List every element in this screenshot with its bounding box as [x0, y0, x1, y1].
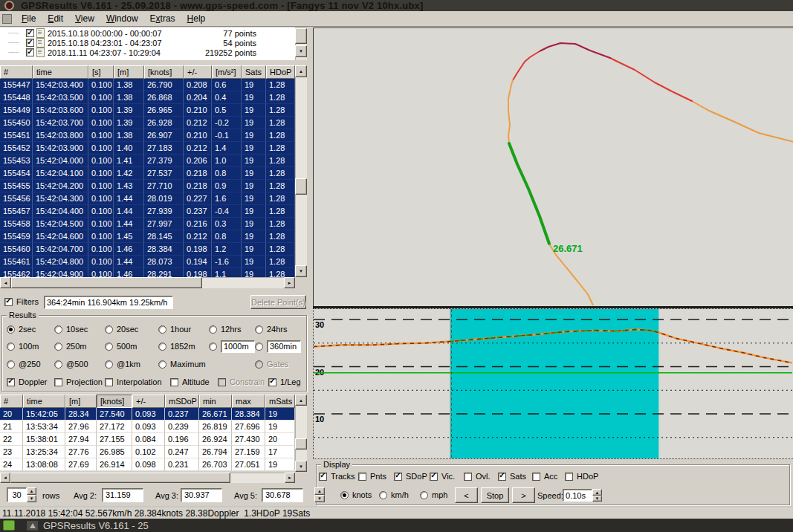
- radio-icon[interactable]: [255, 343, 263, 351]
- radio-icon[interactable]: [105, 360, 113, 369]
- table-row[interactable]: 15544915:42:03.6000.1001.3926.9650.2100.…: [0, 104, 295, 117]
- stop-button[interactable]: Stop: [481, 487, 509, 503]
- table-row[interactable]: 2413:08:0827.6926.9140.0980.23126.70327.…: [0, 458, 295, 471]
- radio-knots[interactable]: knots: [340, 490, 372, 500]
- rows-spinner[interactable]: [27, 487, 36, 502]
- radio-icon[interactable]: [379, 491, 387, 499]
- option-value-input[interactable]: [267, 340, 301, 353]
- points-scroll-left-button[interactable]: [0, 277, 11, 288]
- radio--250[interactable]: @250: [7, 359, 41, 369]
- column-header-msdop[interactable]: mSDoP: [165, 395, 199, 408]
- table-row[interactable]: 2313:25:3427.7626.9850.1020.24726.79427.…: [0, 446, 295, 458]
- checkbox-icon[interactable]: [319, 473, 327, 481]
- radio-icon[interactable]: [255, 325, 263, 334]
- column-header-sats[interactable]: Sats: [242, 65, 266, 79]
- radio-500m[interactable]: 500m: [105, 341, 137, 351]
- step-back-button[interactable]: <: [455, 487, 478, 503]
- checkbox-altitude[interactable]: Altitude: [170, 377, 210, 387]
- table-row[interactable]: 15546115:42:04.8000.1001.4428.0730.194-1…: [0, 256, 295, 268]
- radio-icon[interactable]: [340, 491, 349, 499]
- filters-toggle[interactable]: Filters: [4, 296, 39, 307]
- checkbox-icon[interactable]: [54, 378, 62, 386]
- column-header-m[interactable]: [m]: [65, 395, 97, 408]
- column-header-[interactable]: #: [0, 65, 33, 79]
- table-row[interactable]: 15545815:42:04.5000.1001.4427.9970.2160.…: [0, 218, 295, 230]
- column-header-msats[interactable]: mSats: [265, 395, 295, 408]
- radio-km-h[interactable]: km/h: [379, 490, 409, 500]
- tree-item-checkbox[interactable]: [26, 39, 34, 47]
- checkbox-icon[interactable]: [565, 473, 573, 481]
- graph-zoom-down-icon[interactable]: [314, 495, 325, 502]
- table-row[interactable]: 15545415:42:04.1000.1001.4227.5370.2180.…: [0, 167, 295, 180]
- results-scroll-down-button[interactable]: [295, 461, 307, 472]
- radio-icon[interactable]: [7, 343, 15, 351]
- table-row[interactable]: 15545515:42:04.2000.1001.4327.7100.2180.…: [0, 180, 295, 192]
- radio-icon[interactable]: [209, 343, 217, 351]
- radio-icon[interactable]: [7, 325, 15, 334]
- radio-icon[interactable]: [54, 360, 62, 369]
- checkbox-icon[interactable]: [498, 473, 506, 481]
- radio-icon[interactable]: [255, 360, 263, 369]
- checkbox-hdop[interactable]: HDoP: [565, 471, 598, 481]
- table-row[interactable]: 15545015:42:03.7000.1001.3926.9280.212-0…: [0, 117, 295, 129]
- menu-view[interactable]: View: [69, 12, 100, 26]
- radio-icon[interactable]: [158, 343, 166, 351]
- column-header-min[interactable]: min: [199, 395, 232, 408]
- column-header-knots[interactable]: [knots]: [97, 395, 132, 408]
- table-row[interactable]: 15545215:42:03.9000.1001.4027.1830.2121.…: [0, 142, 295, 155]
- table-row[interactable]: 15544715:42:03.4000.1001.3826.7900.2080.…: [0, 79, 295, 91]
- points-vscroll-thumb[interactable]: [295, 178, 307, 195]
- radio-2sec[interactable]: 2sec: [7, 324, 36, 334]
- tree-scrollbar[interactable]: [295, 27, 307, 60]
- column-header-time[interactable]: time: [33, 65, 88, 79]
- results-scroll-left-button[interactable]: [0, 473, 10, 483]
- radio-icon[interactable]: [158, 360, 166, 369]
- column-header-hdop[interactable]: HDoP: [266, 65, 295, 79]
- points-scroll-down-button[interactable]: [295, 265, 307, 277]
- checkbox-constrain[interactable]: Constrain: [218, 377, 265, 387]
- radio-mph[interactable]: mph: [420, 490, 447, 500]
- checkbox-interpolation[interactable]: Interpolation: [105, 377, 162, 387]
- results-hscroll-thumb[interactable]: [10, 473, 230, 483]
- track-plot[interactable]: 26.671: [313, 27, 793, 306]
- rows-spin-down-icon[interactable]: [27, 495, 36, 502]
- radio-20sec[interactable]: 20sec: [105, 324, 138, 334]
- tree-scroll-down-button[interactable]: [295, 45, 307, 57]
- checkbox-tracks[interactable]: Tracks: [319, 471, 355, 481]
- table-row[interactable]: 15545615:42:04.3000.1001.4428.0190.2271.…: [0, 192, 295, 205]
- taskbar-app-icon[interactable]: [27, 521, 38, 531]
- radio-maximum[interactable]: Maximum: [158, 359, 206, 369]
- points-scroll-right-button[interactable]: [284, 277, 295, 288]
- radio-100m[interactable]: 100m: [7, 341, 39, 351]
- points-table-hscroll[interactable]: [0, 277, 295, 288]
- file-manager-icon[interactable]: [3, 520, 15, 531]
- mdi-child-icon[interactable]: [2, 14, 12, 24]
- rows-spin-up-icon[interactable]: [27, 487, 36, 495]
- checkbox-icon[interactable]: [7, 378, 15, 386]
- table-row[interactable]: 15545715:42:04.4000.1001.4427.9390.237-0…: [0, 205, 295, 218]
- points-scroll-up-button[interactable]: [295, 65, 307, 77]
- checkbox-sdop[interactable]: SDoP: [394, 471, 427, 481]
- delete-points-button[interactable]: Delete Point(s): [250, 295, 306, 309]
- option-value-input[interactable]: [221, 340, 255, 353]
- speed-value-field[interactable]: [563, 489, 592, 502]
- graph-zoom-spinner[interactable]: [314, 487, 325, 502]
- step-forward-button[interactable]: >: [512, 487, 535, 503]
- checkbox-icon[interactable]: [105, 378, 113, 386]
- tree-item[interactable]: ┈┈┈2015.10.18 00:00:00 - 00:00:0777 poin…: [0, 28, 268, 38]
- checkbox-icon[interactable]: [464, 473, 472, 481]
- checkbox-icon[interactable]: [170, 378, 178, 386]
- results-table-hscroll[interactable]: [0, 473, 295, 483]
- column-header-[interactable]: +/-: [132, 395, 165, 408]
- checkbox-sats[interactable]: Sats: [498, 471, 526, 481]
- column-header-max[interactable]: max: [232, 395, 265, 408]
- radio--1km[interactable]: @1km: [105, 359, 140, 369]
- radio-1hour[interactable]: 1hour: [158, 324, 191, 334]
- radio-icon[interactable]: [420, 491, 428, 499]
- taskbar-app-label[interactable]: GPSResults V6.161 - 25: [43, 520, 149, 531]
- column-header-s[interactable]: [s]: [88, 65, 114, 79]
- radio-icon[interactable]: [7, 360, 15, 369]
- menu-window[interactable]: Window: [100, 12, 144, 26]
- results-table-vscroll[interactable]: [295, 395, 307, 472]
- column-header-[interactable]: #: [0, 395, 23, 408]
